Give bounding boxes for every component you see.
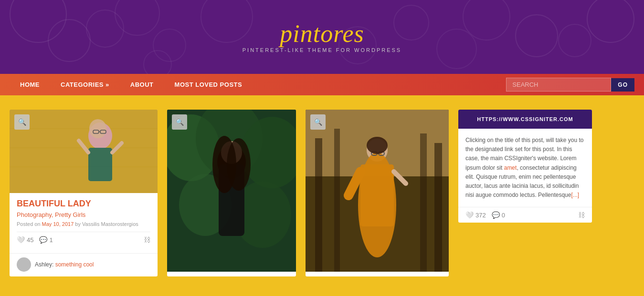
link-card-header[interactable]: HTTPS://WWW.CSSIGNITER.COM	[458, 110, 592, 129]
heart-icon-1: 🤍	[17, 236, 25, 244]
share-icon-link[interactable]: ⛓	[578, 211, 585, 219]
avatar-1	[17, 257, 31, 272]
comment-icon-1: 💬	[39, 236, 47, 244]
svg-rect-26	[315, 138, 322, 272]
post-meta-1: Posted on May 10, 2017 by Vassilis Masto…	[17, 221, 150, 227]
search-icon-3: 🔍	[314, 118, 322, 126]
search-icon-1: 🔍	[18, 118, 26, 126]
post-likes-1: 🤍 45	[17, 236, 33, 244]
link-card-body: Clicking on the title of this post, will…	[458, 129, 592, 207]
svg-point-22	[227, 138, 251, 191]
svg-rect-28	[420, 133, 427, 272]
likes-count-1: 45	[27, 236, 33, 244]
link-likes-count: 372	[475, 212, 486, 219]
svg-rect-32	[360, 164, 394, 226]
site-tagline: PINTEREST-LIKE THEME FOR WORDPRESS	[243, 47, 401, 53]
post-categories-1[interactable]: Photography, Pretty Girls	[17, 211, 150, 218]
post-card-3: 🔍	[306, 110, 449, 276]
search-button[interactable]: GO	[611, 78, 634, 92]
comment-link-1[interactable]: something cool	[55, 261, 94, 268]
post-title-1[interactable]: BEAUTIFUL LADY	[17, 199, 150, 209]
search-form: GO	[506, 78, 634, 92]
svg-point-38	[367, 137, 388, 154]
post-comments-1: 💬 1	[39, 236, 53, 244]
nav-items: HOME CATEGORIES » ABOUT MOST LOVED POSTS	[10, 74, 506, 95]
post-meta-by-1: by	[75, 221, 82, 227]
svg-point-6	[89, 119, 106, 138]
nav-item-most-loved[interactable]: MOST LOVED POSTS	[164, 74, 253, 95]
svg-rect-29	[434, 143, 442, 272]
nav-item-about[interactable]: ABOUT	[120, 74, 164, 95]
post-image-wrap-1[interactable]: 🔍	[10, 110, 158, 193]
comment-text-1: Ashley: something cool	[35, 261, 94, 268]
nav-item-categories[interactable]: CATEGORIES »	[50, 74, 120, 95]
search-input[interactable]	[506, 78, 611, 92]
post-image-wrap-2[interactable]: 🔍	[167, 110, 296, 272]
comments-count-1: 1	[49, 236, 53, 244]
comment-preview-1: Ashley: something cool	[10, 253, 158, 276]
post-card-1: 🔍 BEAUTIFUL LADY Photography, Pretty Gir…	[10, 110, 158, 276]
svg-rect-5	[88, 148, 112, 181]
post-date-1: May 10, 2017	[42, 221, 74, 227]
post-stats-1: 🤍 45 💬 1 ⛓	[17, 232, 150, 247]
post-author-1: Vassilis Mastorostergios	[82, 221, 138, 227]
share-icon-1[interactable]: ⛓	[144, 236, 150, 244]
search-icon-2: 🔍	[176, 118, 184, 126]
heart-icon-link: 🤍	[465, 211, 474, 219]
commenter-name-1: Ashley:	[35, 261, 55, 268]
comment-icon-link: 💬	[492, 211, 500, 219]
nav-item-home[interactable]: HOME	[10, 74, 50, 95]
link-card-amet[interactable]: amet	[504, 164, 517, 171]
search-overlay-icon-1[interactable]: 🔍	[14, 114, 30, 130]
link-likes: 🤍 372	[465, 211, 486, 219]
site-header: pintores PINTEREST-LIKE THEME FOR WORDPR…	[0, 0, 644, 74]
svg-rect-0	[10, 110, 158, 193]
post-image-wrap-3[interactable]: 🔍	[306, 110, 449, 272]
link-comments-count: 0	[502, 212, 505, 219]
post-body-1: BEAUTIFUL LADY Photography, Pretty Girls…	[10, 193, 158, 253]
link-comments: 💬 0	[492, 211, 505, 219]
svg-rect-27	[334, 129, 340, 272]
main-nav: HOME CATEGORIES » ABOUT MOST LOVED POSTS…	[0, 74, 644, 95]
site-logo[interactable]: pintores	[280, 21, 364, 46]
post-meta-prefix-1: Posted on	[17, 221, 42, 227]
link-card-stats: 🤍 372 💬 0 ⛓	[458, 207, 592, 223]
search-overlay-icon-2[interactable]: 🔍	[172, 114, 187, 130]
link-card: HTTPS://WWW.CSSIGNITER.COM Clicking on t…	[458, 110, 592, 223]
link-card-more[interactable]: [...]	[571, 192, 579, 198]
post-card-2: 🔍	[167, 110, 296, 276]
search-overlay-icon-3[interactable]: 🔍	[310, 114, 326, 130]
main-content: 🔍 BEAUTIFUL LADY Photography, Pretty Gir…	[0, 95, 644, 291]
